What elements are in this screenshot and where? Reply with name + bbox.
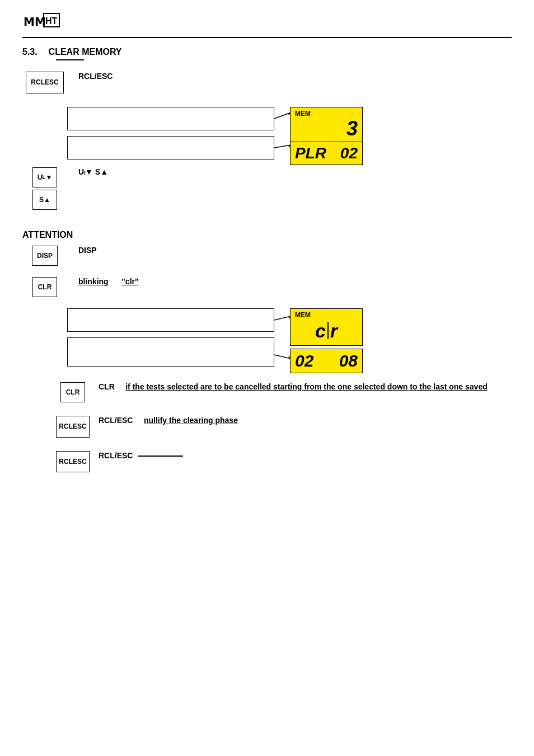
- rcl-esc-key-2: RCL ESC: [56, 416, 90, 438]
- svg-text:HT: HT: [45, 16, 58, 26]
- step5-row: CLR CLR if the tests selected are to be …: [56, 382, 512, 402]
- display2-screen-top: [67, 308, 274, 332]
- section-title-row: 5.3. CLEAR MEMORY: [22, 47, 512, 57]
- display1-group: MEM 3 PLR 02: [67, 107, 512, 159]
- display1-mem-container: MEM 3 PLR 02: [274, 107, 364, 159]
- section-title: CLEAR MEMORY: [49, 47, 122, 57]
- clr-c: c: [315, 320, 326, 342]
- step3-row: DISP DISP: [22, 246, 512, 266]
- step7-row: RCL ESC RCL/ESC: [56, 451, 512, 473]
- step2-description: Uₗ▼ S▲: [67, 167, 512, 176]
- mem-pla-row: PLR 02: [295, 144, 358, 162]
- clr-key-2: CLR: [60, 382, 85, 402]
- svg-text:𝗠𝗠: 𝗠𝗠: [24, 16, 46, 28]
- rcl-esc-key-1: RCL ESC: [26, 72, 63, 93]
- page-header: 𝗠𝗠 HT: [22, 11, 512, 38]
- step6-row: RCL ESC RCL/ESC nullify the clearing pha…: [56, 416, 512, 438]
- step2-text: Uₗ▼ S▲: [78, 167, 108, 176]
- attention-label: ATTENTION: [22, 230, 512, 240]
- section-number: 5.3.: [22, 47, 38, 57]
- display2-group: MEM c r 02 08: [67, 308, 512, 367]
- clr-r: r: [330, 320, 338, 342]
- step1-row: RCL ESC RCL/ESC: [22, 72, 512, 93]
- display2-mem-box-bottom: 02 08: [290, 349, 363, 373]
- display2-screen-bottom: [67, 337, 274, 367]
- display1-screens: [67, 107, 274, 159]
- logo-icon: 𝗠𝗠 HT: [22, 11, 62, 32]
- step5-description: CLR if the tests selected are to be canc…: [90, 382, 512, 391]
- ul-down-key: UL▼: [32, 167, 58, 187]
- clr-display-row: c r: [295, 319, 358, 343]
- clr-08: 08: [339, 351, 358, 370]
- display2-screens: [67, 308, 274, 367]
- display1-screen-bottom: [67, 136, 274, 159]
- display2-mem-box-top: MEM c r: [290, 308, 363, 346]
- display2-mem-container: MEM c r 02 08: [274, 308, 364, 367]
- step7-rcl-label: RCL/ESC: [99, 451, 133, 460]
- step3-key-col: DISP: [22, 246, 67, 266]
- svg-line-5: [274, 145, 291, 148]
- step3-description: DISP: [67, 246, 512, 255]
- mem-pla: PLR: [295, 144, 326, 162]
- step5-key-col: CLR: [56, 382, 90, 402]
- clr-key-1: CLR: [32, 277, 57, 297]
- step1-key-col: RCL ESC: [22, 72, 67, 93]
- step5-clr-label: CLR: [99, 382, 115, 391]
- nav-keys: UL▼ S▲: [32, 167, 58, 210]
- svg-line-3: [274, 112, 291, 119]
- s-up-key: S▲: [32, 190, 58, 210]
- step5-note: if the tests selected are to be cancelle…: [125, 382, 488, 391]
- step1-description: RCL/ESC: [67, 72, 512, 81]
- mem-value-top: 3: [295, 118, 358, 140]
- step7-description: RCL/ESC: [90, 451, 512, 460]
- disp-key: DISP: [32, 246, 58, 266]
- clr-02: 02: [295, 351, 313, 370]
- step2-key-col: UL▼ S▲: [22, 167, 67, 210]
- mem-label-2: MEM: [295, 311, 358, 319]
- display1-screen-top: [67, 107, 274, 130]
- step6-note: nullify the clearing phase: [144, 416, 238, 425]
- clr-cursor-elem: [327, 322, 329, 339]
- step4-key-col: CLR: [22, 277, 67, 297]
- step6-key-col: RCL ESC: [56, 416, 90, 438]
- step7-underline: [138, 456, 183, 457]
- display1-mem-box: MEM 3: [290, 107, 363, 143]
- step4-row: CLR blinking "clr": [22, 277, 512, 297]
- step4-description: blinking "clr": [67, 277, 512, 286]
- step6-description: RCL/ESC nullify the clearing phase: [90, 416, 512, 425]
- rcl-esc-key-3: RCL ESC: [56, 451, 90, 473]
- step7-key-col: RCL ESC: [56, 451, 90, 473]
- step2-row: UL▼ S▲ Uₗ▼ S▲: [22, 167, 512, 210]
- clr-quote-text: [113, 277, 118, 286]
- clr-bottom-row: 02 08: [295, 351, 358, 370]
- blinking-text: blinking: [78, 277, 109, 286]
- logo: 𝗠𝗠 HT: [22, 11, 62, 32]
- clr-quote-value: "clr": [121, 277, 138, 286]
- mem-label-1: MEM: [295, 110, 358, 118]
- display1-mem-box-bottom: PLR 02: [290, 142, 363, 165]
- step6-rcl-label: RCL/ESC: [99, 416, 133, 425]
- mem-02: 02: [340, 144, 358, 162]
